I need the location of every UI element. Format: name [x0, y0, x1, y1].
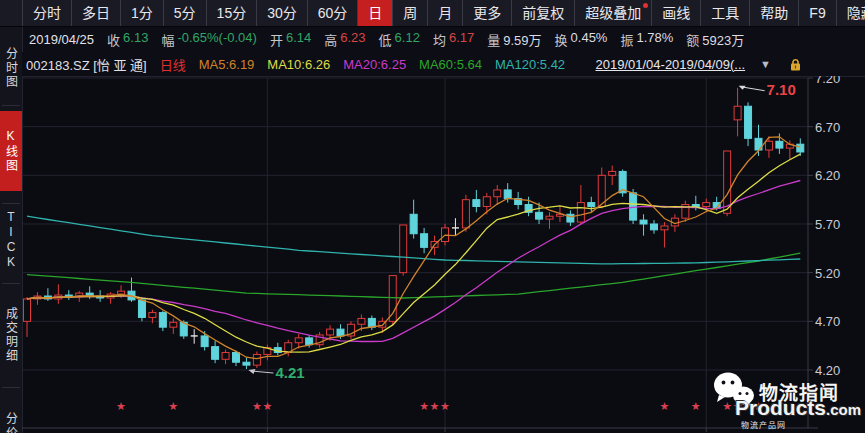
signal-star: ★: [440, 400, 450, 412]
signal-star: ★: [262, 400, 272, 412]
menu-item-day[interactable]: 日: [358, 0, 393, 26]
stock-code: 002183.SZ: [26, 58, 90, 73]
menu-item-60min[interactable]: 60分: [308, 0, 359, 26]
candle-up: [400, 225, 407, 273]
signal-star: ★: [691, 400, 701, 412]
menu-item-draw-line[interactable]: 画线: [652, 0, 701, 26]
quote-date: 2019/04/25: [29, 32, 94, 47]
menu-item-month[interactable]: 月: [428, 0, 463, 26]
info-field-high: 高6.23: [324, 30, 365, 49]
candle-down: [640, 220, 647, 224]
info-label-high: 高: [324, 30, 337, 49]
info-label-avg: 均: [433, 30, 446, 49]
candle-down: [473, 200, 480, 207]
lock-icon[interactable]: [790, 58, 801, 71]
candle-up: [24, 299, 31, 321]
sidebar-separator: [2, 387, 20, 388]
notification-dot: [643, 3, 648, 8]
menu-item-tools[interactable]: 工具: [701, 0, 750, 26]
info-field-amount: 额5923万: [686, 30, 744, 49]
candle-up: [577, 203, 584, 222]
sidebar-item-trade-detail[interactable]: 成交明细: [0, 287, 22, 383]
candle-up: [724, 151, 731, 213]
candle-down: [159, 313, 166, 328]
info-label-amplitude: 振: [620, 30, 633, 49]
menu-item-week[interactable]: 周: [393, 0, 428, 26]
candle-up: [546, 216, 553, 219]
candle-down: [138, 300, 145, 318]
info-value-turnover: 0.45%: [571, 30, 608, 49]
menu-item-more[interactable]: 更多: [463, 0, 512, 26]
candle-down: [306, 338, 313, 345]
sidebar-item-price-volume[interactable]: 分价: [0, 393, 22, 433]
info-field-low: 低6.12: [379, 30, 420, 49]
info-field-avg: 均6.17: [433, 30, 474, 49]
sidebar-item-intraday[interactable]: 分时图: [0, 30, 22, 106]
low-price-annotation: 4.21: [275, 364, 304, 381]
candle-down: [504, 190, 511, 199]
ma-legend: MA5:6.19MA10:6.26MA20:6.25MA60:5.64MA120…: [199, 57, 578, 72]
y-axis-label: 6.70: [815, 120, 840, 135]
menu-item-15min[interactable]: 15分: [207, 0, 258, 26]
candle-down: [692, 205, 699, 207]
menu-item-hide[interactable]: 隐藏: [837, 0, 865, 26]
menu-item-5min[interactable]: 5分: [164, 0, 207, 26]
info-field-change: 幅-0.65%(-0.04): [161, 30, 257, 49]
info-field-volume: 量9.59万: [487, 30, 541, 49]
info-value-amplitude: 1.78%: [636, 30, 673, 49]
ma5-line: [27, 137, 800, 359]
candle-down: [588, 203, 595, 207]
info-value-low: 6.12: [395, 30, 420, 49]
quote-info-bar: 2019/04/25 收6.13幅-0.65%(-0.04)开6.14高6.23…: [22, 27, 865, 52]
watermark: 物流指闻 Products.com 物流产品网: [713, 369, 865, 433]
sidebar-item-kline[interactable]: K线图: [0, 111, 22, 191]
candle-up: [327, 329, 334, 335]
ma-label-0: MA5:6.19: [199, 57, 255, 72]
y-axis-label: 5.20: [815, 266, 840, 281]
y-axis-label: 6.20: [815, 168, 840, 183]
candle-up: [462, 200, 469, 228]
candle-down: [410, 214, 417, 233]
watermark-brand-cn: 物流产品网: [741, 419, 786, 430]
signal-star: ★: [116, 400, 126, 412]
info-label-change: 幅: [161, 30, 174, 49]
candle-up: [734, 106, 741, 120]
candle-down: [212, 347, 219, 360]
view-sidebar: 分时图K线图TICK成交明细分价: [0, 27, 23, 433]
info-label-open: 开: [270, 30, 283, 49]
stock-name: [怡 亚 通]: [93, 58, 146, 73]
candle-down: [368, 318, 375, 327]
watermark-brand: Products.com: [735, 397, 861, 421]
date-range-selector[interactable]: 2019/01/04-2019/04/09(...: [595, 57, 745, 72]
candle-up: [253, 354, 260, 365]
menu-item-multi-day[interactable]: 多日: [72, 0, 121, 26]
info-value-amount: 5923万: [702, 30, 744, 49]
menu-item-30min[interactable]: 30分: [257, 0, 308, 26]
candle-up: [222, 352, 229, 359]
ma-label-2: MA20:6.25: [343, 57, 406, 72]
candle-down: [337, 329, 344, 336]
menu-item-forward-adjust[interactable]: 前复权: [512, 0, 575, 26]
candle-up: [661, 226, 668, 230]
candle-up: [149, 313, 156, 318]
sidebar-item-tick[interactable]: TICK: [0, 207, 22, 273]
stock-code-name: 002183.SZ [怡 亚 通]: [26, 55, 147, 74]
menu-item-minute[interactable]: 分时: [22, 0, 72, 26]
signal-star: ★: [419, 400, 429, 412]
info-value-change: -0.65%(-0.04): [177, 30, 256, 49]
chevron-down-icon[interactable]: ▼: [760, 58, 771, 70]
info-value-high: 6.23: [340, 30, 365, 49]
candle-down: [421, 234, 428, 248]
menu-item-super-overlay[interactable]: 超级叠加: [575, 0, 652, 26]
info-field-amplitude: 振1.78%: [620, 30, 673, 49]
info-value-close: 6.13: [123, 30, 148, 49]
menu-item-1min[interactable]: 1分: [121, 0, 164, 26]
info-field-close: 收6.13: [107, 30, 148, 49]
y-axis-label: 5.70: [815, 217, 840, 232]
candle-up: [118, 291, 125, 294]
period-menu-bar: 分时多日1分5分15分30分60分日周月更多前复权超级叠加画线工具帮助F9隐藏: [0, 0, 865, 27]
menu-item-help[interactable]: 帮助: [750, 0, 799, 26]
menu-item-f9[interactable]: F9: [799, 0, 836, 26]
ma-label-1: MA10:6.26: [267, 57, 330, 72]
candle-up: [295, 338, 302, 343]
